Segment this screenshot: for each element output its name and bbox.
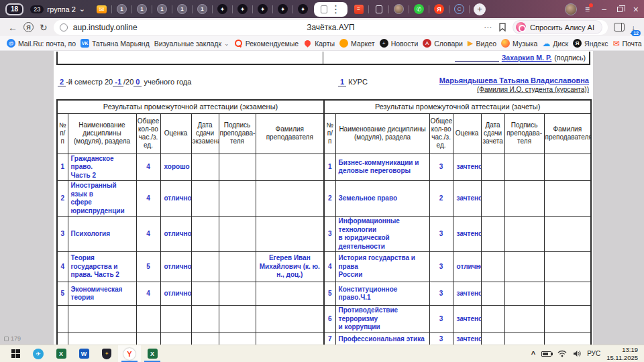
credits-section-title: Результаты промежуточной аттестации (зач… bbox=[324, 100, 591, 113]
tab-document[interactable] bbox=[370, 2, 387, 17]
cell-exam-num bbox=[57, 306, 68, 333]
bookmark-label: Музыка bbox=[513, 40, 537, 48]
tab-alice[interactable]: ✦ bbox=[274, 2, 291, 17]
tab-profile[interactable] bbox=[390, 2, 407, 17]
bookmark-visual[interactable]: Визуальные закладк⌄ bbox=[154, 40, 229, 48]
tab-mail[interactable]: ✉ bbox=[93, 2, 110, 17]
start-button[interactable] bbox=[4, 345, 27, 362]
cell-exam-hours bbox=[136, 333, 160, 345]
bookmark-disk[interactable]: ☁Диск bbox=[542, 39, 568, 48]
bookmark-icon[interactable] bbox=[499, 23, 506, 32]
tab-group-count-badge[interactable]: 18 bbox=[5, 3, 23, 15]
user-avatar[interactable] bbox=[565, 3, 577, 15]
restore-icon[interactable] bbox=[617, 7, 623, 12]
keyboard-language[interactable]: РУС bbox=[587, 350, 600, 357]
exams-section-title: Результаты промежуточной аттестации (экз… bbox=[57, 100, 324, 113]
speaker-icon[interactable] bbox=[573, 350, 581, 357]
bookmark-video[interactable]: ▶Видео bbox=[468, 39, 496, 48]
column-header-row: № п/ п Наименование дисциплины (модуля),… bbox=[57, 113, 591, 154]
cell-credit-date bbox=[481, 252, 504, 282]
yandex-button-icon[interactable]: Я bbox=[23, 22, 34, 32]
cell-credit-sign bbox=[504, 282, 544, 306]
tab-alice[interactable]: ✦ bbox=[214, 2, 231, 17]
tab-avatar[interactable]: 1 bbox=[113, 2, 130, 17]
cell-credit-name: История государства и права России bbox=[335, 252, 429, 282]
yandex-icon: Я bbox=[573, 39, 582, 48]
more-actions-icon[interactable]: ⋯ bbox=[484, 23, 492, 32]
url-text[interactable]: aup.instudy.online bbox=[73, 23, 138, 32]
battery-icon[interactable] bbox=[541, 351, 551, 357]
bookmark-mailru[interactable]: @Mail.Ru: почта, по bbox=[7, 39, 76, 48]
tab-whatsapp[interactable]: ✆ bbox=[411, 2, 427, 17]
omnibox-actions: ⋯ Спросить Алису AI bbox=[484, 21, 602, 34]
tab-alice[interactable]: ✦ bbox=[254, 2, 271, 17]
taskbar-clock[interactable]: 13:19 15.11.2025 bbox=[606, 346, 638, 361]
system-tray: ^ РУС 13:19 15.11.2025 bbox=[531, 346, 640, 361]
new-tab-button[interactable]: + bbox=[474, 3, 486, 15]
site-security-icon[interactable] bbox=[60, 23, 68, 32]
taskbar-excel[interactable]: X bbox=[50, 345, 72, 362]
cell-exam-name bbox=[68, 333, 136, 345]
close-icon[interactable]: × bbox=[633, 6, 639, 13]
document-header: 2-й семестр 20-1/200 учебного года 1 КУР… bbox=[56, 76, 590, 99]
downloads-button[interactable]: ↓ 12 bbox=[631, 21, 636, 34]
tab-yandex[interactable]: Я bbox=[431, 2, 447, 17]
column-header: Общее кол-во час./з. ед. bbox=[136, 113, 160, 154]
tab-separator bbox=[232, 5, 233, 13]
tab-alice[interactable]: ✦ bbox=[294, 2, 311, 17]
taskbar-word[interactable]: W bbox=[72, 345, 95, 362]
bookmark-yandex[interactable]: ЯЯндекс bbox=[573, 39, 608, 48]
tab-site[interactable]: C bbox=[451, 2, 468, 17]
map-pin-icon bbox=[303, 39, 312, 48]
ask-alice-button[interactable]: Спросить Алису AI bbox=[513, 21, 602, 34]
taskbar-telegram[interactable]: ✈ bbox=[27, 345, 50, 362]
browser-menu-icon[interactable]: ≡ bbox=[585, 5, 590, 14]
student-name-caption: (Фамилия И.О. студента (курсанта)) bbox=[439, 86, 589, 93]
tab-group-pill[interactable]: 23 группа 2 ⌄ bbox=[30, 5, 85, 13]
back-icon[interactable]: ← bbox=[8, 22, 17, 33]
semester-text: /20 bbox=[123, 78, 133, 86]
address-bar[interactable]: aup.instudy.online Зачётка.АУП ⋯ Спросит… bbox=[54, 20, 608, 35]
bookmark-recommended[interactable]: Рекомендуемые bbox=[234, 39, 299, 48]
taskbar-yandex-browser[interactable]: Y bbox=[118, 345, 141, 362]
sidebar-panels-icon[interactable] bbox=[614, 23, 625, 32]
tab-number-badge: 23 bbox=[30, 5, 44, 13]
bookmark-vk[interactable]: VKТатьяна Марьянд bbox=[80, 39, 150, 48]
bookmark-maps[interactable]: Карты bbox=[303, 40, 335, 48]
cell-credit-num: 1 bbox=[324, 154, 335, 181]
tab-avatar[interactable]: 1 bbox=[194, 2, 211, 17]
tab-active-document[interactable]: ⋮ bbox=[314, 2, 347, 17]
cell-credit-num: 5 bbox=[324, 282, 335, 306]
reload-icon[interactable]: ↻ bbox=[40, 22, 48, 33]
tab-avatar[interactable]: 1 bbox=[174, 2, 191, 17]
tab-menu-dots-icon[interactable]: ⋮ bbox=[331, 3, 341, 15]
window-controls: – × bbox=[602, 5, 639, 14]
tab-separator bbox=[172, 5, 172, 13]
column-header: Подпись преподава- теля bbox=[219, 113, 256, 154]
tab-alice[interactable]: ✦ bbox=[234, 2, 251, 17]
minimize-icon[interactable]: – bbox=[602, 5, 606, 14]
wifi-icon[interactable] bbox=[557, 350, 567, 357]
tab-avatar[interactable]: 1 bbox=[133, 2, 150, 17]
cell-exam-grade bbox=[160, 333, 191, 345]
tab-avatar[interactable]: 1 bbox=[154, 2, 170, 17]
taskbar-excel-open[interactable]: X bbox=[141, 345, 164, 362]
bookmark-market[interactable]: Маркет bbox=[339, 39, 375, 48]
cell-exam-name: Теория государства и права. Часть 2 bbox=[68, 252, 136, 282]
clock-date: 15.11.2025 bbox=[606, 354, 638, 361]
alice-icon bbox=[516, 22, 526, 32]
cell-credit-teacher bbox=[544, 333, 591, 345]
bookmark-music[interactable]: Музыка bbox=[501, 39, 537, 48]
cell-exam-grade bbox=[160, 306, 191, 333]
cell-credit-date bbox=[481, 217, 504, 252]
tab-service[interactable]: ≡ bbox=[350, 2, 367, 17]
table-row: 4Теория государства и права. Часть 25отл… bbox=[57, 252, 591, 282]
bookmark-mail[interactable]: ✉Почта bbox=[612, 39, 641, 48]
bookmark-news[interactable]: +Новости bbox=[380, 39, 419, 48]
taskbar-emblem[interactable]: ✦ bbox=[95, 345, 118, 362]
bookmark-dictionaries[interactable]: АСловари bbox=[423, 39, 463, 48]
tab-separator bbox=[449, 5, 449, 13]
cell-credit-sign bbox=[504, 181, 544, 217]
tray-expand-icon[interactable]: ^ bbox=[531, 350, 535, 358]
table-row: 3Психология4отлично3Информационные техно… bbox=[57, 217, 591, 252]
